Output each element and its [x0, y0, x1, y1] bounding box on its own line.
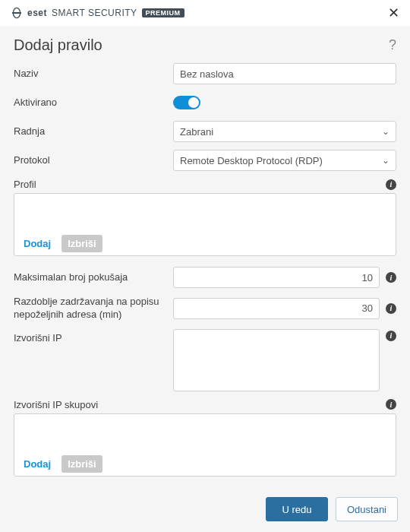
profile-add-button[interactable]: Dodaj [17, 235, 57, 252]
name-input[interactable] [173, 63, 396, 84]
label-action: Radnja [14, 125, 173, 138]
max-attempts-input[interactable] [173, 267, 380, 288]
chevron-down-icon: ⌄ [382, 126, 390, 137]
row-action: Radnja Zabrani ⌄ [14, 121, 396, 142]
titlebar: eset SMART SECURITY PREMIUM ✕ [0, 0, 410, 26]
source-ip-sets-listbox-body [17, 417, 393, 454]
help-button[interactable]: ? [389, 37, 396, 53]
brand-logo-icon [11, 7, 23, 19]
profile-delete-button: Izbriši [62, 235, 102, 252]
row-protocol: Protokol Remote Desktop Protocol (RDP) ⌄ [14, 150, 396, 171]
protocol-select[interactable]: Remote Desktop Protocol (RDP) ⌄ [173, 150, 396, 171]
label-protocol: Protokol [14, 154, 173, 167]
profile-listbox[interactable]: Dodaj Izbriši [14, 193, 396, 256]
ipsets-add-button[interactable]: Dodaj [17, 455, 57, 473]
info-icon[interactable]: i [386, 303, 396, 314]
dialog-title: Dodaj pravilo [14, 36, 102, 54]
source-ip-sets-actions: Dodaj Izbriši [17, 454, 393, 473]
row-enabled: Aktivirano [14, 92, 396, 113]
action-select[interactable]: Zabrani ⌄ [173, 121, 396, 142]
cancel-button[interactable]: Odustani [336, 497, 398, 521]
dialog-window: eset SMART SECURITY PREMIUM ✕ Dodaj prav… [0, 0, 410, 532]
dialog-footer: U redu Odustani [0, 488, 410, 532]
label-max-attempts: Maksimalan broj pokušaja [14, 271, 173, 284]
label-source-ip: Izvorišni IP [14, 329, 173, 345]
info-icon[interactable]: i [386, 331, 396, 341]
row-retention: Razdoblje zadržavanja na popisu nepoželj… [14, 296, 396, 321]
source-ip-textarea[interactable] [173, 329, 380, 391]
brand: eset SMART SECURITY PREMIUM [11, 7, 184, 19]
dialog-content: Naziv Aktivirano Radnja Zabrani ⌄ Protok… [0, 60, 410, 488]
retention-input[interactable] [173, 298, 380, 319]
brand-name: SMART SECURITY [52, 8, 137, 18]
row-profile-label: Profil i [14, 179, 396, 190]
brand-badge: PREMIUM [142, 8, 184, 17]
label-name: Naziv [14, 68, 173, 81]
label-profile: Profil [14, 179, 36, 190]
label-enabled: Aktivirano [14, 97, 173, 109]
action-select-value: Zabrani [180, 126, 213, 138]
close-button[interactable]: ✕ [386, 6, 401, 20]
ipsets-delete-button: Izbriši [62, 455, 102, 473]
row-source-ip: Izvorišni IP i [14, 329, 396, 391]
chevron-down-icon: ⌄ [382, 155, 390, 166]
enabled-toggle[interactable] [173, 96, 200, 109]
profile-listbox-actions: Dodaj Izbriši [17, 233, 393, 252]
info-icon[interactable]: i [386, 272, 396, 283]
svg-rect-1 [12, 12, 21, 14]
info-icon[interactable]: i [386, 179, 396, 190]
row-name: Naziv [14, 63, 396, 84]
info-icon[interactable]: i [386, 399, 396, 410]
label-retention: Razdoblje zadržavanja na popisu nepoželj… [14, 296, 173, 321]
row-source-ip-sets-label: Izvorišni IP skupovi i [14, 399, 396, 410]
label-source-ip-sets: Izvorišni IP skupovi [14, 399, 98, 410]
protocol-select-value: Remote Desktop Protocol (RDP) [180, 155, 323, 166]
brand-eset: eset [27, 8, 47, 18]
ok-button[interactable]: U redu [266, 497, 328, 521]
dialog-header: Dodaj pravilo ? [0, 26, 410, 60]
profile-listbox-body [17, 197, 393, 233]
source-ip-sets-listbox[interactable]: Dodaj Izbriši [14, 413, 396, 477]
row-max-attempts: Maksimalan broj pokušaja i [14, 267, 396, 288]
